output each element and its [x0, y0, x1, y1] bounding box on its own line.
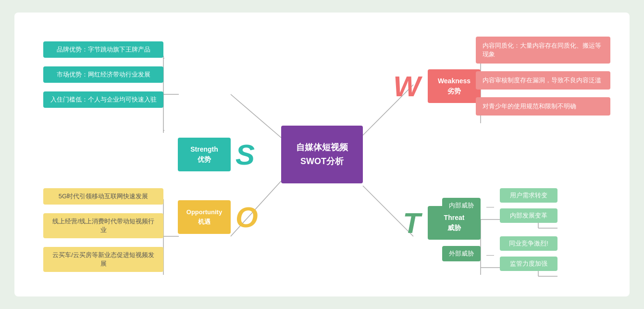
threat-external-group: 外部威胁 — 同业竞争激烈! 监管力度加强: [428, 236, 630, 274]
threat-external-label: 外部威胁: [442, 246, 481, 261]
strength-label2: 优势: [190, 154, 218, 165]
weakness-items: 内容同质化：大量内容存在同质化、搬运等现象 内容审核制度存在漏洞，导致不良内容泛…: [476, 37, 610, 123]
threat-external-item-2: 监管力度加强: [500, 257, 557, 271]
center-box: 自媒体短视频 SWOT分析: [281, 126, 363, 183]
weakness-item-2: 内容审核制度存在漏洞，导致不良内容泛滥: [476, 71, 610, 90]
threat-external-items: 同业竞争激烈! 监管力度加强: [500, 236, 557, 274]
opportunity-label1: Opportunity: [186, 207, 222, 217]
weakness-item-1: 内容同质化：大量内容存在同质化、搬运等现象: [476, 37, 610, 64]
weakness-label2: 劣势: [438, 86, 471, 96]
center-title: 自媒体短视频 SWOT分析: [296, 141, 348, 168]
threat-sub-container: 内部威胁 — 用户需求转变 内部发展变革 外部威胁 — 同业竞争激烈! 监管力度…: [428, 186, 630, 283]
weakness-box: Weakness 劣势: [428, 69, 481, 103]
strength-item-2: 市场优势：网红经济带动行业发展: [43, 66, 163, 83]
threat-dash2: —: [486, 251, 494, 259]
t-letter: T: [403, 206, 421, 239]
threat-internal-group: 内部威胁 — 用户需求转变 内部发展变革: [428, 186, 630, 226]
opportunity-item-1: 5G时代引领移动互联网快速发展: [43, 188, 163, 205]
s-letter: S: [235, 138, 255, 171]
swot-diagram: 自媒体短视频 SWOT分析 Strength 优势 S 品牌优势：字节跳动旗下王…: [14, 13, 630, 296]
threat-internal-items: 用户需求转变 内部发展变革: [500, 188, 557, 226]
threat-internal-item-2: 内部发展变革: [500, 208, 557, 223]
strength-label1: Strength: [190, 144, 218, 154]
opportunity-item-2: 线上经营/线上消费时代带动短视频行业: [43, 213, 163, 238]
opportunity-items: 5G时代引领移动互联网快速发展 线上经营/线上消费时代带动短视频行业 云买车/云…: [43, 188, 163, 281]
strength-items: 品牌优势：字节跳动旗下王牌产品 市场优势：网红经济带动行业发展 入住门槛低：个人…: [43, 41, 163, 116]
strength-item-1: 品牌优势：字节跳动旗下王牌产品: [43, 41, 163, 58]
svg-line-7: [231, 94, 281, 138]
weakness-item-3: 对青少年的使用规范和限制不明确: [476, 97, 610, 116]
strength-box: Strength 优势: [178, 138, 231, 171]
opportunity-item-3: 云买车/云买房等新业态促进短视频发展: [43, 247, 163, 272]
threat-external-item-1: 同业竞争激烈!: [500, 236, 557, 251]
threat-dash: —: [486, 203, 494, 211]
weakness-label1: Weakness: [438, 76, 471, 86]
strength-item-3: 入住门槛低：个人与企业均可快速入驻: [43, 91, 163, 108]
opportunity-box: Opportunity 机遇: [178, 200, 231, 234]
w-letter: W: [393, 70, 421, 103]
o-letter: O: [235, 200, 258, 233]
opportunity-label2: 机遇: [186, 217, 222, 227]
threat-internal-item-1: 用户需求转变: [500, 188, 557, 203]
threat-internal-label: 内部威胁: [442, 198, 481, 213]
